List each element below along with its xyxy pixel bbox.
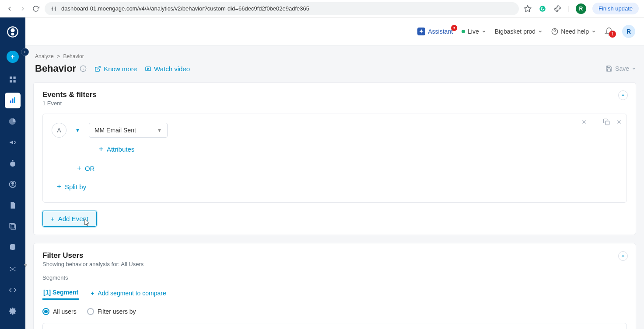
clear-event-icon[interactable] [581, 119, 587, 125]
add-or-button[interactable]: + OR [77, 164, 618, 173]
notif-count: 1 [609, 31, 616, 38]
segments-label: Segments [42, 274, 627, 281]
ai-spark-icon[interactable] [5, 261, 21, 277]
svg-rect-19 [11, 225, 16, 229]
svg-rect-9 [10, 80, 12, 83]
extensions-icon[interactable] [553, 4, 562, 13]
breadcrumb-root[interactable]: Analyze [35, 53, 54, 59]
page-header: Behavior Know more Watch video Save [33, 63, 636, 74]
plus-icon: + [77, 164, 81, 173]
analytics-icon[interactable] [5, 93, 21, 108]
svg-rect-6 [11, 33, 14, 35]
forward-button[interactable] [18, 4, 27, 13]
external-link-icon [94, 66, 101, 72]
question-icon [551, 28, 558, 35]
help-button[interactable]: Need help [551, 28, 596, 35]
segment-tab-1[interactable]: [1] Segment [42, 286, 79, 300]
events-count: 1 Event [42, 100, 627, 107]
create-button[interactable] [7, 51, 19, 63]
filter-users-card: Filter Users Showing behavior analysis f… [33, 243, 636, 329]
assistant-notif-dot: ● [451, 25, 457, 31]
svg-rect-12 [12, 99, 14, 104]
chevron-down-icon: ▼ [157, 128, 162, 133]
file-icon[interactable] [5, 197, 21, 213]
copy-event-icon[interactable] [603, 118, 610, 125]
radio-filter-users[interactable]: Filter users by [87, 308, 136, 315]
remove-event-icon[interactable] [616, 119, 622, 125]
all-users-selected-box: All users selected [42, 323, 627, 329]
svg-rect-13 [14, 97, 15, 104]
stopwatch-icon[interactable] [5, 156, 21, 171]
svg-rect-15 [12, 160, 14, 161]
svg-rect-10 [14, 80, 16, 83]
breadcrumb-current: Behavior [63, 53, 84, 59]
live-dot-icon [462, 30, 465, 33]
notifications-button[interactable]: 1 [605, 27, 613, 36]
finish-update-button[interactable]: Finish update [592, 3, 639, 14]
app-logo[interactable] [6, 25, 19, 38]
svg-rect-18 [10, 223, 14, 228]
environment-selector[interactable]: Live [462, 28, 486, 35]
dashboard-icon[interactable] [5, 72, 21, 87]
add-segment-compare-button[interactable]: + Add segment to compare [91, 290, 166, 297]
event-name-select[interactable]: MM Email Sent ▼ [89, 123, 168, 138]
workspace-selector[interactable]: Bigbasket prod [495, 28, 542, 35]
bookmark-star-icon[interactable] [523, 4, 532, 13]
url-bar[interactable]: dashboard-01.moengage.com/v4/#/analytics… [45, 2, 519, 15]
save-button[interactable]: Save [606, 65, 636, 72]
assistant-icon: ✦ [417, 28, 425, 35]
back-button[interactable] [5, 4, 14, 13]
plus-icon: + [57, 182, 61, 191]
site-settings-icon [51, 6, 57, 12]
add-attributes-button[interactable]: + Attributes [99, 145, 618, 153]
browser-profile-avatar[interactable]: R [576, 3, 586, 14]
svg-marker-30 [147, 68, 149, 69]
svg-point-0 [52, 8, 52, 9]
radio-icon [42, 308, 49, 315]
svg-rect-11 [10, 100, 11, 103]
breadcrumb: Analyze > Behavior [35, 53, 636, 59]
reload-button[interactable] [32, 4, 40, 13]
scroll-down-icon[interactable]: ▾ [24, 262, 27, 268]
svg-point-5 [10, 28, 14, 32]
chevron-down-icon [482, 29, 486, 34]
megaphone-icon[interactable] [5, 135, 21, 150]
events-filters-card: Events & filters 1 Event [33, 82, 636, 235]
chevron-down-icon [592, 29, 596, 34]
event-chip-caret[interactable]: ▼ [75, 128, 80, 133]
play-icon [145, 66, 151, 72]
plus-icon: + [91, 290, 94, 297]
events-card-title: Events & filters [42, 90, 627, 99]
collapse-button[interactable] [618, 251, 628, 261]
event-row-a: A ▼ MM Email Sent ▼ + Attributes + OR + [42, 114, 627, 203]
database-icon[interactable] [5, 239, 21, 255]
svg-point-14 [10, 162, 15, 167]
layers-icon[interactable] [5, 218, 21, 234]
assistant-label: Assistant [428, 28, 453, 35]
workspace-label: Bigbasket prod [495, 28, 536, 35]
sidebar-nav: ▾ [0, 17, 25, 329]
radio-icon [87, 308, 94, 315]
help-label: Need help [561, 28, 589, 35]
know-more-link[interactable]: Know more [94, 65, 137, 73]
watch-video-link[interactable]: Watch video [145, 65, 190, 73]
add-event-button[interactable]: + Add Event [42, 211, 97, 227]
split-by-button[interactable]: + Split by [57, 182, 618, 191]
grammarly-icon[interactable] [538, 4, 547, 13]
settings-icon[interactable] [5, 303, 21, 319]
svg-point-1 [55, 8, 56, 9]
user-avatar[interactable]: R [622, 25, 635, 38]
info-icon[interactable] [80, 65, 87, 72]
chevron-down-icon [632, 66, 636, 71]
filter-card-title: Filter Users [42, 251, 627, 260]
svg-point-3 [540, 6, 546, 12]
code-icon[interactable] [5, 282, 21, 298]
assistant-button[interactable]: ✦ Assistant ● [417, 28, 453, 35]
sidebar-expand-icon[interactable] [21, 48, 29, 56]
user-circle-icon[interactable] [5, 177, 21, 192]
chevron-down-icon [538, 29, 542, 34]
pie-icon[interactable] [5, 114, 21, 129]
radio-all-users[interactable]: All users [42, 308, 77, 315]
collapse-button[interactable] [618, 90, 628, 100]
event-letter-chip: A [52, 123, 66, 138]
